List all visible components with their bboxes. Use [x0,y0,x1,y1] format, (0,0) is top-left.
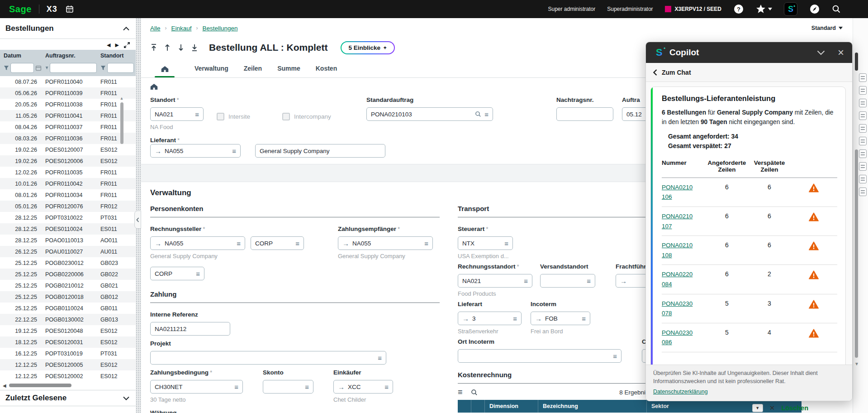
order-list-item[interactable]: 11.05.26 POFR0110041 FR011 [0,110,136,121]
calendar-icon[interactable] [35,65,42,71]
order-link[interactable]: PONA0210106 [662,182,694,202]
order-list-item[interactable]: 28.12.25 POPT0310022 PT031 [0,212,136,223]
standort-field[interactable]: NA021 ≡ [150,107,204,121]
search-icon[interactable] [475,111,481,117]
action-button[interactable]: Löschen [781,404,808,412]
tab-kosten[interactable]: Kosten [316,65,337,77]
order-list-item[interactable]: 10.01.26 POFR0110042 FR011 [0,178,136,189]
rechnungssteller-address-field[interactable]: CORP ≡ [251,236,304,250]
order-list-item[interactable]: 08.03.26 POFR0110036 FR011 [0,133,136,144]
breadcrumb-link[interactable]: Einkauf [171,25,192,32]
lookup-menu-icon[interactable]: ≡ [378,355,382,361]
jump-arrow-icon[interactable]: → [620,278,627,284]
document-icon[interactable] [859,149,867,158]
intercompany-checkbox[interactable]: Intercompany [282,110,366,123]
lookup-menu-icon[interactable]: ≡ [582,315,586,322]
column-header[interactable]: Dimension [485,400,538,413]
column-header[interactable]: Bezeichnung [538,400,647,413]
sidebar-vertical-scrollbar[interactable]: ▲ [119,96,124,144]
order-link[interactable]: PONA0210107 [662,211,694,231]
document-icon[interactable] [859,124,867,133]
jump-arrow-icon[interactable]: → [462,315,469,322]
last-record-icon[interactable] [191,43,198,52]
column-header[interactable]: Datum [0,53,43,59]
lieferant-code-field[interactable]: → NA055 ≡ [150,144,241,158]
order-list-item[interactable]: 19.12.25 POES0120048 ES012 [0,325,136,336]
lookup-menu-icon[interactable]: ≡ [587,278,591,284]
tab-summe[interactable]: Summe [277,65,300,77]
lookup-menu-icon[interactable]: ≡ [513,315,517,322]
breadcrumb-link[interactable]: Bestellungen [203,25,238,32]
breadcrumb-link[interactable]: Alle [150,25,161,32]
zahlungsbedingung-field[interactable]: CH30NET ≡ [150,380,243,394]
next-record-icon[interactable] [177,43,185,52]
close-icon[interactable]: ✕ [769,404,775,412]
order-list-item[interactable]: 18.12.25 POES0120031 ES012 [0,336,136,348]
help-icon[interactable]: ? [733,4,744,14]
document-icon[interactable] [859,175,867,183]
order-list-item[interactable]: 28.12.25 POES0110024 ES011 [0,223,136,235]
order-list-item[interactable]: 22.12.25 POGB0130002 GB013 [0,314,136,325]
jump-arrow-icon[interactable]: → [155,148,161,154]
nachtragsnr-field[interactable] [556,107,613,121]
table-search-icon[interactable] [471,389,478,396]
zahlungsempfaenger-field[interactable]: → NA055 ≡ [338,236,433,250]
column-header[interactable]: Auftragsnr. [43,53,99,59]
order-list-item[interactable]: 25.12.25 POGB0220006 GB022 [0,269,136,280]
lookup-menu-icon[interactable]: ≡ [295,240,299,247]
filter-funnel-icon[interactable] [100,65,106,71]
order-list-item[interactable]: 28.12.25 POAO0110013 AO011 [0,235,136,246]
filter-funnel-icon[interactable] [45,65,48,71]
tab-zeilen[interactable]: Zeilen [244,65,262,77]
lookup-menu-icon[interactable]: ≡ [613,353,617,360]
order-list-item[interactable]: 25.12.25 POGB0210012 GB021 [0,280,136,291]
filter-input-standort[interactable] [107,63,134,73]
scrollbar-thumb[interactable] [855,53,858,71]
scroll-left-icon[interactable]: ◀ [3,383,6,388]
back-to-chat-link[interactable]: Zum Chat [662,69,691,76]
order-list-item[interactable]: 26.12.25 POAU0110027 AU011 [0,246,136,257]
collapse-chevron-up-icon[interactable] [123,24,129,33]
jump-arrow-icon[interactable]: → [338,384,345,390]
order-list-item[interactable]: 16.12.25 POPT0310019 PT031 [0,348,136,359]
lookup-menu-icon[interactable]: ≡ [504,240,508,247]
order-list-item[interactable]: 05.06.26 POFR0110039 FR011 [0,87,136,99]
lookup-menu-icon[interactable]: ≡ [484,111,489,118]
filter-funnel-icon[interactable] [4,65,9,71]
user-role[interactable]: Super administrator [548,6,596,12]
order-list-item[interactable]: 25.12.25 POGB0120018 GB012 [0,291,136,303]
order-link[interactable]: PONA0210108 [662,240,694,260]
lookup-menu-icon[interactable]: ≡ [424,240,428,247]
order-list-item[interactable]: 12.12.25 POES0120005 ES012 [0,359,136,370]
gruppe-field[interactable]: CORP ≡ [150,267,204,280]
order-link[interactable]: PONA0230078 [662,299,694,318]
order-link[interactable]: PONA0230086 [662,328,694,347]
rechnungsstandort-field[interactable]: NA021 ≡ [458,274,532,288]
previous-record-icon[interactable] [164,43,171,52]
favorites-star-icon[interactable] [756,4,772,14]
lookup-menu-icon[interactable]: ≡ [305,384,309,390]
order-list-item[interactable]: 12.02.26 POFR0110035 FR011 [0,167,136,178]
document-icon[interactable] [859,73,867,82]
prev-page-icon[interactable]: ◀ [107,43,110,48]
tab-home[interactable] [150,66,179,77]
order-list-item[interactable]: 08.04.26 POFR0110037 FR011 [0,121,136,133]
projekt-field[interactable]: ≡ [150,351,386,365]
ort-incoterm-field[interactable]: ≡ [458,349,621,363]
user-name[interactable]: Superadministrator [607,6,653,12]
minimize-chevron-icon[interactable] [817,50,825,55]
jump-arrow-icon[interactable]: → [535,315,542,322]
order-list-item[interactable]: 12.12.25 POES0120002 ES012 [0,370,136,382]
scroll-down-icon[interactable]: ▼ [854,361,859,366]
jump-arrow-icon[interactable]: → [155,240,161,247]
back-chevron-icon[interactable] [653,69,657,76]
document-icon[interactable] [859,162,867,171]
copilot-launcher-icon[interactable]: S✦ [784,2,797,16]
lookup-menu-icon[interactable]: ≡ [196,270,200,277]
rechnungssteller-field[interactable]: → NA055 ≡ [150,236,245,250]
order-list-item[interactable]: 05.01.26 POFR0120076 FR012 [0,201,136,212]
next-page-icon[interactable]: ▶ [115,43,119,48]
incoterm-field[interactable]: → FOB ≡ [531,312,590,325]
document-icon[interactable] [859,137,867,145]
expand-panel-icon[interactable] [123,42,130,48]
